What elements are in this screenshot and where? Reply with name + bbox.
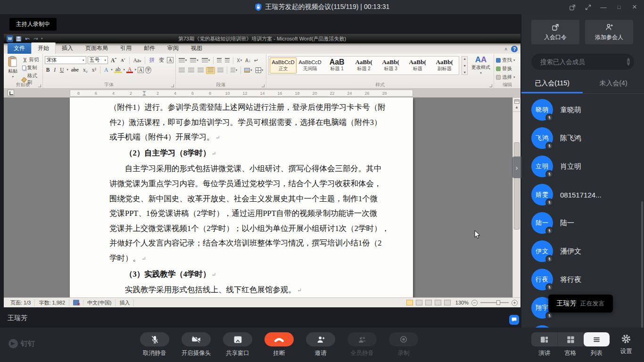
font-color-button[interactable]: A: [126, 67, 133, 73]
shading-button[interactable]: ▾: [243, 67, 253, 73]
bold-button[interactable]: B: [45, 67, 51, 73]
record-button[interactable]: 录制: [389, 332, 418, 357]
underline-button[interactable]: U: [58, 67, 65, 73]
member-row[interactable]: 伊文 潘伊文: [521, 237, 644, 265]
outline-view-icon[interactable]: [435, 300, 441, 305]
style-item[interactable]: AaBbCcD 正文: [270, 58, 297, 74]
shrink-font-button[interactable]: Aˇ: [119, 58, 127, 63]
undo-icon[interactable]: [24, 36, 30, 42]
scrollbar-thumb[interactable]: [514, 142, 520, 230]
hangup-button[interactable]: 挂断: [264, 332, 294, 357]
word-ribbon-tab[interactable]: 开始: [31, 42, 56, 54]
superscript-button[interactable]: x²: [91, 67, 98, 73]
word-ribbon-tab[interactable]: 审阅: [161, 43, 185, 54]
panel-collapse-handle[interactable]: ›: [512, 156, 521, 178]
highlight-color-button[interactable]: ab: [114, 67, 122, 73]
chat-bubble-icon[interactable]: [509, 315, 519, 325]
document-page[interactable]: （附件1）进行。参训学员需登陆上述网站进行注册，登录后使用学习卡卡号（附 件2）…: [70, 98, 413, 297]
word-ribbon-tab[interactable]: 邮件: [138, 43, 161, 54]
align-right-button[interactable]: [197, 67, 205, 74]
strikethrough-button[interactable]: abe: [70, 67, 80, 73]
maximize-button[interactable]: □: [615, 3, 623, 11]
scroll-up-icon[interactable]: ▲: [515, 105, 519, 109]
increase-indent-button[interactable]: [224, 58, 231, 64]
select-button[interactable]: 选择▾: [496, 74, 519, 81]
redo-icon[interactable]: [33, 36, 39, 42]
add-participant-button[interactable]: 添加参会人: [585, 20, 633, 44]
camera-on-button[interactable]: 开启摄像头: [182, 332, 211, 357]
member-row[interactable]: 晓萌 童晓萌: [521, 96, 644, 124]
zoom-in-button[interactable]: +: [512, 300, 518, 306]
style-item[interactable]: AaBb( 副标题: [431, 58, 458, 74]
decrease-indent-button[interactable]: [216, 58, 223, 64]
member-list-scrollbar[interactable]: [641, 201, 643, 335]
fullscreen-reading-view-icon[interactable]: [416, 300, 422, 305]
show-marks-button[interactable]: ↵: [253, 57, 259, 64]
word-ribbon-tab[interactable]: 插入: [56, 43, 79, 54]
member-row[interactable]: 行夜 将行夜: [521, 265, 644, 294]
character-border-button[interactable]: A: [167, 57, 173, 63]
fullscreen-icon[interactable]: [584, 3, 592, 11]
mute-all-button[interactable]: 全员静音: [347, 332, 377, 357]
numbering-button[interactable]: ▾: [189, 58, 199, 64]
bullets-button[interactable]: ▾: [178, 58, 188, 64]
member-row[interactable]: 飞鸿 陈飞鸿: [521, 124, 644, 152]
dialog-launcher-icon[interactable]: [171, 84, 174, 87]
word-ribbon-tab[interactable]: 页面布局: [79, 43, 114, 54]
print-layout-view-icon[interactable]: [406, 300, 413, 305]
replace-button[interactable]: 替换: [496, 66, 519, 72]
page-indicator[interactable]: 页面: 1/3: [7, 299, 35, 306]
word-ribbon-tab[interactable]: 文件: [8, 43, 31, 54]
change-styles-button[interactable]: AA 更改样式 ▾: [470, 56, 492, 75]
draft-view-icon[interactable]: [444, 300, 451, 305]
close-button[interactable]: ×: [631, 3, 638, 11]
style-item[interactable]: AaBb( 标题: [404, 58, 431, 74]
tab-joined[interactable]: 已入会(115): [521, 74, 583, 93]
clear-search-icon[interactable]: ×: [627, 58, 630, 66]
minimize-button[interactable]: —: [600, 3, 607, 11]
style-item[interactable]: AaB 标题 1: [323, 58, 350, 74]
word-ribbon-tab[interactable]: 视图: [185, 43, 208, 54]
dialog-launcher-icon[interactable]: [38, 84, 41, 87]
tab-not-joined[interactable]: 未入会(4): [583, 74, 644, 93]
quick-access-dropdown-icon[interactable]: ▾: [41, 37, 43, 41]
ribbon-collapse-icon[interactable]: ˄: [504, 47, 507, 52]
search-box[interactable]: ×: [531, 54, 634, 70]
indent-markers[interactable]: [140, 91, 149, 96]
sort-button[interactable]: A↓: [244, 58, 252, 64]
settings-button[interactable]: 设置: [616, 333, 636, 355]
text-effects-button[interactable]: A: [103, 67, 109, 73]
subscript-button[interactable]: x₂: [82, 67, 89, 73]
document-scrollbar[interactable]: ▲: [512, 98, 520, 297]
line-spacing-button[interactable]: ▾: [230, 67, 239, 74]
distribute-button[interactable]: [216, 67, 224, 74]
zoom-level[interactable]: 130%: [455, 300, 469, 305]
view-grid-button[interactable]: [558, 332, 584, 346]
web-layout-view-icon[interactable]: [425, 300, 432, 305]
join-code-button[interactable]: 入会口令: [531, 20, 579, 44]
cut-button[interactable]: 剪切: [22, 57, 41, 63]
word-ribbon-tab[interactable]: 引用: [114, 43, 138, 54]
borders-button[interactable]: ▾: [255, 67, 264, 74]
language-indicator[interactable]: 中文(中国): [83, 299, 116, 306]
member-row[interactable]: 婧雯 081517124...: [521, 181, 644, 209]
style-item[interactable]: AaBb( 标题 2: [350, 58, 377, 74]
justify-button[interactable]: [206, 67, 215, 74]
font-name-select[interactable]: 宋体▾: [45, 56, 86, 64]
help-icon[interactable]: ?: [511, 46, 518, 52]
style-item[interactable]: AaBbCcD 无间隔: [297, 58, 323, 74]
view-speaker-button[interactable]: [531, 332, 558, 346]
copy-button[interactable]: 复制: [22, 65, 41, 71]
align-left-button[interactable]: [178, 67, 186, 74]
multilevel-list-button[interactable]: ▾: [201, 58, 211, 64]
zoom-out-button[interactable]: −: [471, 300, 478, 306]
spellcheck-indicator[interactable]: [69, 300, 83, 305]
share-window-button[interactable]: 共享窗口: [223, 332, 252, 357]
member-row[interactable]: 立明 肖立明: [521, 152, 644, 181]
phonetic-guide-button[interactable]: 拼: [148, 57, 156, 64]
search-input[interactable]: [540, 58, 624, 66]
styles-scroll[interactable]: ▲▼▼: [462, 56, 468, 75]
asian-layout-button[interactable]: X▾: [236, 58, 243, 64]
unmute-button[interactable]: 取消静音: [140, 332, 169, 357]
view-list-button[interactable]: [584, 332, 610, 346]
